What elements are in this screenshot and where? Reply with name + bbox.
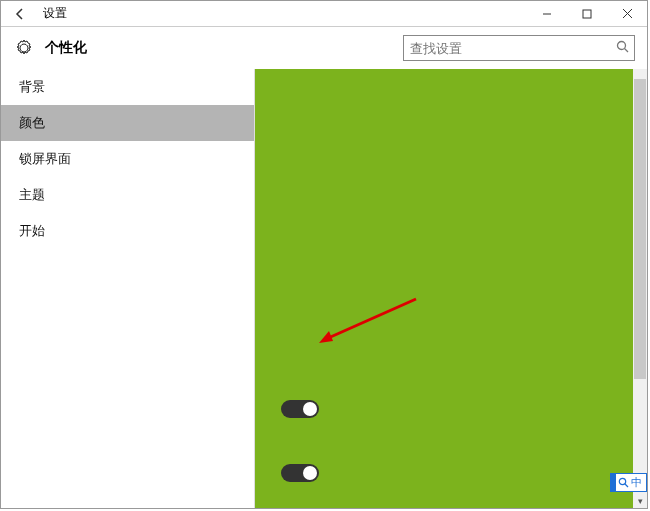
settings-window: 设置 个性化 背景 颜色 锁屏界面 主题 开始 bbox=[0, 0, 648, 509]
search-box[interactable] bbox=[403, 35, 635, 61]
sidebar-item-label: 主题 bbox=[19, 186, 45, 204]
sidebar-item-label: 锁屏界面 bbox=[19, 150, 71, 168]
scroll-down-icon[interactable]: ▾ bbox=[633, 494, 647, 508]
sidebar-item-label: 开始 bbox=[19, 222, 45, 240]
search-input[interactable] bbox=[404, 36, 634, 60]
svg-point-4 bbox=[618, 42, 626, 50]
back-button[interactable] bbox=[1, 1, 39, 27]
sidebar-item-colors[interactable]: 颜色 bbox=[1, 105, 254, 141]
window-title: 设置 bbox=[39, 5, 67, 22]
sidebar: 背景 颜色 锁屏界面 主题 开始 bbox=[1, 69, 255, 508]
sidebar-item-lockscreen[interactable]: 锁屏界面 bbox=[1, 141, 254, 177]
sidebar-item-start[interactable]: 开始 bbox=[1, 213, 254, 249]
scrollbar-thumb[interactable] bbox=[634, 79, 646, 379]
sidebar-item-background[interactable]: 背景 bbox=[1, 69, 254, 105]
sidebar-item-label: 背景 bbox=[19, 78, 45, 96]
sidebar-item-label: 颜色 bbox=[19, 114, 45, 132]
page-title: 个性化 bbox=[45, 39, 87, 57]
toggle-show-color[interactable] bbox=[281, 400, 319, 418]
titlebar: 设置 bbox=[1, 1, 647, 27]
search-icon bbox=[618, 477, 629, 488]
svg-line-9 bbox=[625, 484, 628, 487]
close-button[interactable] bbox=[607, 1, 647, 27]
search-icon[interactable] bbox=[616, 40, 629, 56]
header: 个性化 bbox=[1, 27, 647, 69]
color-swatch-extra[interactable] bbox=[281, 300, 335, 354]
gear-icon bbox=[13, 37, 35, 59]
ime-badge[interactable]: 中 bbox=[610, 473, 647, 492]
scrollbar[interactable]: ▾ bbox=[633, 69, 647, 508]
sidebar-item-themes[interactable]: 主题 bbox=[1, 177, 254, 213]
svg-point-8 bbox=[619, 478, 625, 484]
content: 显示"开始"菜单、任务栏、操作中心和标题栏的颜色 开 使"开始"菜单、任务栏和操… bbox=[255, 69, 647, 508]
svg-rect-1 bbox=[583, 10, 591, 18]
minimize-button[interactable] bbox=[527, 1, 567, 27]
toggle-transparency[interactable] bbox=[281, 464, 319, 482]
ime-label: 中 bbox=[631, 475, 642, 490]
body: 背景 颜色 锁屏界面 主题 开始 显示"开始"菜单、任务栏、操作中心和标题栏的颜… bbox=[1, 69, 647, 508]
maximize-button[interactable] bbox=[567, 1, 607, 27]
svg-line-5 bbox=[625, 49, 629, 53]
